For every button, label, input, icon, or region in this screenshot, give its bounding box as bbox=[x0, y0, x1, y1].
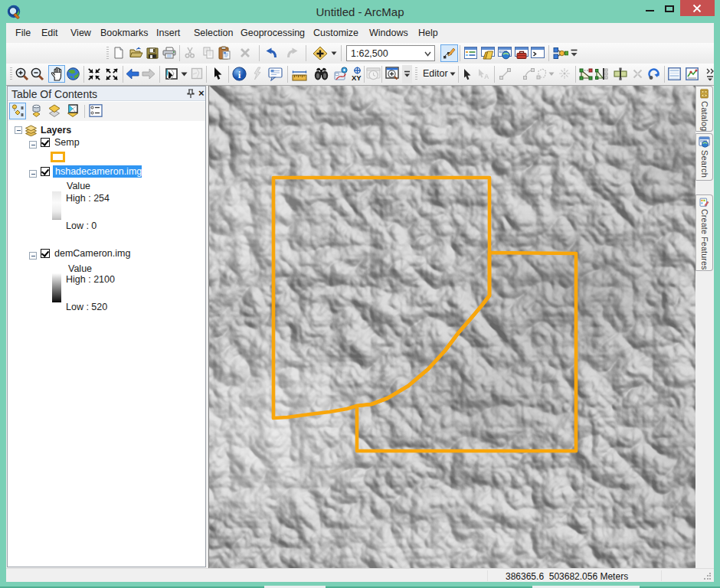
svg-text:A: A bbox=[484, 73, 489, 80]
svg-text:XY: XY bbox=[352, 74, 362, 82]
svg-text:i: i bbox=[238, 69, 241, 80]
